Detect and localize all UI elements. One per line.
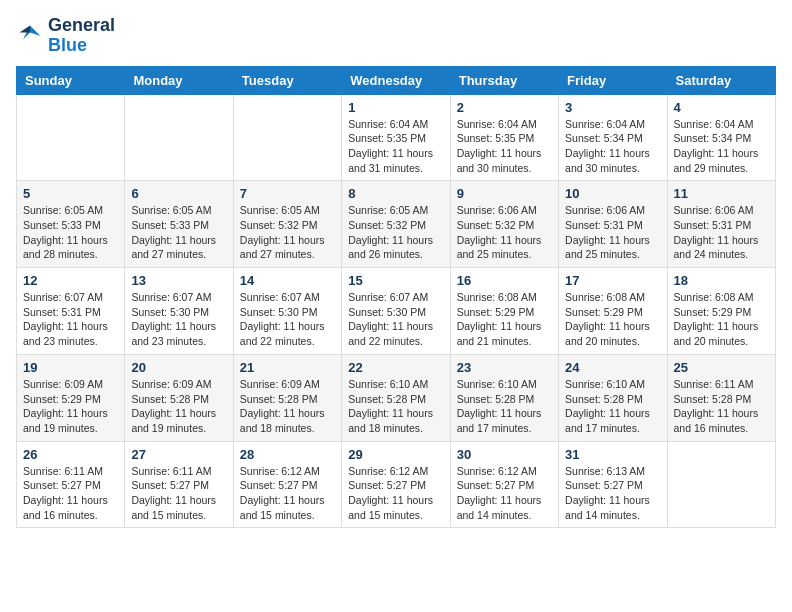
- day-info: Sunrise: 6:07 AM Sunset: 5:30 PM Dayligh…: [240, 290, 335, 349]
- calendar-cell: 26 Sunrise: 6:11 AM Sunset: 5:27 PM Dayl…: [17, 441, 125, 528]
- day-number: 22: [348, 360, 443, 375]
- weekday-header-wednesday: Wednesday: [342, 66, 450, 94]
- calendar-cell: 8 Sunrise: 6:05 AM Sunset: 5:32 PM Dayli…: [342, 181, 450, 268]
- day-number: 30: [457, 447, 552, 462]
- day-number: 5: [23, 186, 118, 201]
- calendar-cell: 9 Sunrise: 6:06 AM Sunset: 5:32 PM Dayli…: [450, 181, 558, 268]
- day-info: Sunrise: 6:07 AM Sunset: 5:30 PM Dayligh…: [131, 290, 226, 349]
- calendar-week-5: 26 Sunrise: 6:11 AM Sunset: 5:27 PM Dayl…: [17, 441, 776, 528]
- calendar-table: SundayMondayTuesdayWednesdayThursdayFrid…: [16, 66, 776, 529]
- day-info: Sunrise: 6:08 AM Sunset: 5:29 PM Dayligh…: [674, 290, 769, 349]
- day-info: Sunrise: 6:07 AM Sunset: 5:30 PM Dayligh…: [348, 290, 443, 349]
- day-number: 29: [348, 447, 443, 462]
- calendar-cell: 16 Sunrise: 6:08 AM Sunset: 5:29 PM Dayl…: [450, 268, 558, 355]
- day-info: Sunrise: 6:10 AM Sunset: 5:28 PM Dayligh…: [565, 377, 660, 436]
- calendar-cell: 13 Sunrise: 6:07 AM Sunset: 5:30 PM Dayl…: [125, 268, 233, 355]
- day-info: Sunrise: 6:04 AM Sunset: 5:34 PM Dayligh…: [674, 117, 769, 176]
- day-number: 20: [131, 360, 226, 375]
- calendar-cell: 5 Sunrise: 6:05 AM Sunset: 5:33 PM Dayli…: [17, 181, 125, 268]
- page-header: General Blue: [16, 16, 776, 56]
- calendar-cell: 2 Sunrise: 6:04 AM Sunset: 5:35 PM Dayli…: [450, 94, 558, 181]
- calendar-cell: 22 Sunrise: 6:10 AM Sunset: 5:28 PM Dayl…: [342, 354, 450, 441]
- calendar-cell: 21 Sunrise: 6:09 AM Sunset: 5:28 PM Dayl…: [233, 354, 341, 441]
- day-number: 6: [131, 186, 226, 201]
- calendar-cell: [17, 94, 125, 181]
- day-info: Sunrise: 6:11 AM Sunset: 5:27 PM Dayligh…: [23, 464, 118, 523]
- day-info: Sunrise: 6:12 AM Sunset: 5:27 PM Dayligh…: [457, 464, 552, 523]
- day-info: Sunrise: 6:10 AM Sunset: 5:28 PM Dayligh…: [348, 377, 443, 436]
- day-number: 8: [348, 186, 443, 201]
- calendar-week-4: 19 Sunrise: 6:09 AM Sunset: 5:29 PM Dayl…: [17, 354, 776, 441]
- day-info: Sunrise: 6:08 AM Sunset: 5:29 PM Dayligh…: [457, 290, 552, 349]
- day-info: Sunrise: 6:12 AM Sunset: 5:27 PM Dayligh…: [348, 464, 443, 523]
- day-number: 7: [240, 186, 335, 201]
- calendar-week-3: 12 Sunrise: 6:07 AM Sunset: 5:31 PM Dayl…: [17, 268, 776, 355]
- day-info: Sunrise: 6:08 AM Sunset: 5:29 PM Dayligh…: [565, 290, 660, 349]
- calendar-cell: 10 Sunrise: 6:06 AM Sunset: 5:31 PM Dayl…: [559, 181, 667, 268]
- day-info: Sunrise: 6:09 AM Sunset: 5:28 PM Dayligh…: [131, 377, 226, 436]
- calendar-cell: 3 Sunrise: 6:04 AM Sunset: 5:34 PM Dayli…: [559, 94, 667, 181]
- calendar-cell: 23 Sunrise: 6:10 AM Sunset: 5:28 PM Dayl…: [450, 354, 558, 441]
- calendar-cell: 19 Sunrise: 6:09 AM Sunset: 5:29 PM Dayl…: [17, 354, 125, 441]
- calendar-cell: 12 Sunrise: 6:07 AM Sunset: 5:31 PM Dayl…: [17, 268, 125, 355]
- calendar-cell: [667, 441, 775, 528]
- day-number: 21: [240, 360, 335, 375]
- day-number: 14: [240, 273, 335, 288]
- day-number: 26: [23, 447, 118, 462]
- day-info: Sunrise: 6:04 AM Sunset: 5:35 PM Dayligh…: [348, 117, 443, 176]
- day-number: 19: [23, 360, 118, 375]
- calendar-cell: 30 Sunrise: 6:12 AM Sunset: 5:27 PM Dayl…: [450, 441, 558, 528]
- day-number: 24: [565, 360, 660, 375]
- day-number: 2: [457, 100, 552, 115]
- weekday-header-sunday: Sunday: [17, 66, 125, 94]
- logo: General Blue: [16, 16, 115, 56]
- calendar-cell: 24 Sunrise: 6:10 AM Sunset: 5:28 PM Dayl…: [559, 354, 667, 441]
- calendar-cell: 17 Sunrise: 6:08 AM Sunset: 5:29 PM Dayl…: [559, 268, 667, 355]
- calendar-cell: 1 Sunrise: 6:04 AM Sunset: 5:35 PM Dayli…: [342, 94, 450, 181]
- day-number: 16: [457, 273, 552, 288]
- calendar-cell: [125, 94, 233, 181]
- logo-text: General Blue: [48, 16, 115, 56]
- calendar-cell: 27 Sunrise: 6:11 AM Sunset: 5:27 PM Dayl…: [125, 441, 233, 528]
- day-info: Sunrise: 6:12 AM Sunset: 5:27 PM Dayligh…: [240, 464, 335, 523]
- day-info: Sunrise: 6:05 AM Sunset: 5:33 PM Dayligh…: [23, 203, 118, 262]
- svg-marker-1: [20, 25, 31, 32]
- day-number: 31: [565, 447, 660, 462]
- calendar-cell: 20 Sunrise: 6:09 AM Sunset: 5:28 PM Dayl…: [125, 354, 233, 441]
- day-number: 1: [348, 100, 443, 115]
- day-number: 13: [131, 273, 226, 288]
- calendar-cell: 29 Sunrise: 6:12 AM Sunset: 5:27 PM Dayl…: [342, 441, 450, 528]
- day-number: 15: [348, 273, 443, 288]
- day-number: 10: [565, 186, 660, 201]
- day-info: Sunrise: 6:13 AM Sunset: 5:27 PM Dayligh…: [565, 464, 660, 523]
- day-number: 12: [23, 273, 118, 288]
- calendar-cell: 31 Sunrise: 6:13 AM Sunset: 5:27 PM Dayl…: [559, 441, 667, 528]
- day-info: Sunrise: 6:05 AM Sunset: 5:32 PM Dayligh…: [240, 203, 335, 262]
- day-info: Sunrise: 6:10 AM Sunset: 5:28 PM Dayligh…: [457, 377, 552, 436]
- weekday-header-monday: Monday: [125, 66, 233, 94]
- calendar-cell: 28 Sunrise: 6:12 AM Sunset: 5:27 PM Dayl…: [233, 441, 341, 528]
- day-number: 17: [565, 273, 660, 288]
- calendar-cell: 15 Sunrise: 6:07 AM Sunset: 5:30 PM Dayl…: [342, 268, 450, 355]
- calendar-cell: 14 Sunrise: 6:07 AM Sunset: 5:30 PM Dayl…: [233, 268, 341, 355]
- weekday-header-row: SundayMondayTuesdayWednesdayThursdayFrid…: [17, 66, 776, 94]
- weekday-header-tuesday: Tuesday: [233, 66, 341, 94]
- calendar-cell: 6 Sunrise: 6:05 AM Sunset: 5:33 PM Dayli…: [125, 181, 233, 268]
- day-info: Sunrise: 6:06 AM Sunset: 5:31 PM Dayligh…: [674, 203, 769, 262]
- calendar-cell: [233, 94, 341, 181]
- day-number: 9: [457, 186, 552, 201]
- day-info: Sunrise: 6:09 AM Sunset: 5:29 PM Dayligh…: [23, 377, 118, 436]
- day-number: 25: [674, 360, 769, 375]
- day-number: 28: [240, 447, 335, 462]
- day-info: Sunrise: 6:04 AM Sunset: 5:35 PM Dayligh…: [457, 117, 552, 176]
- day-info: Sunrise: 6:07 AM Sunset: 5:31 PM Dayligh…: [23, 290, 118, 349]
- logo-icon: [16, 22, 44, 50]
- day-number: 4: [674, 100, 769, 115]
- day-info: Sunrise: 6:11 AM Sunset: 5:27 PM Dayligh…: [131, 464, 226, 523]
- day-info: Sunrise: 6:06 AM Sunset: 5:32 PM Dayligh…: [457, 203, 552, 262]
- calendar-week-1: 1 Sunrise: 6:04 AM Sunset: 5:35 PM Dayli…: [17, 94, 776, 181]
- day-info: Sunrise: 6:04 AM Sunset: 5:34 PM Dayligh…: [565, 117, 660, 176]
- day-number: 11: [674, 186, 769, 201]
- calendar-cell: 18 Sunrise: 6:08 AM Sunset: 5:29 PM Dayl…: [667, 268, 775, 355]
- weekday-header-friday: Friday: [559, 66, 667, 94]
